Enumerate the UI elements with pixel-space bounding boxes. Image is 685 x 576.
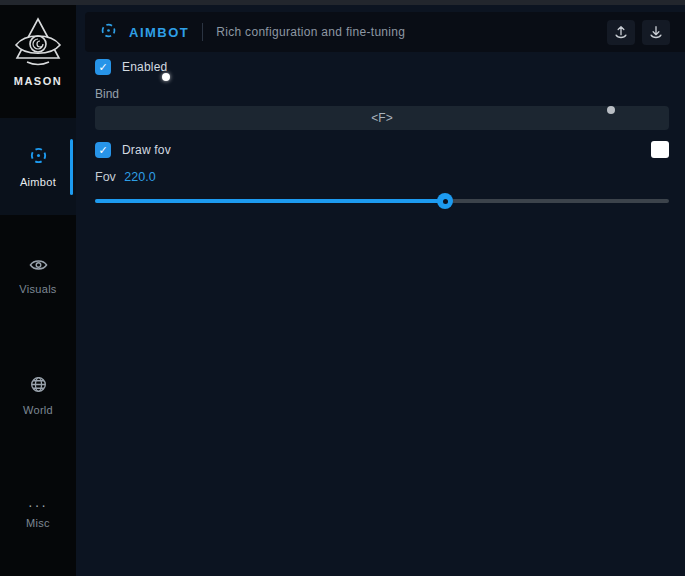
draw-fov-checkbox[interactable]: ✓ (95, 142, 111, 158)
cursor-dot (162, 73, 170, 81)
sidebar-item-label: World (23, 404, 53, 416)
bind-field-dot (607, 106, 615, 114)
download-icon (653, 27, 659, 35)
draw-fov-label: Draw fov (122, 143, 171, 157)
fov-label: Fov (95, 170, 116, 184)
enabled-checkbox[interactable]: ✓ (95, 59, 111, 75)
slider-handle[interactable] (437, 193, 453, 209)
page-header: AIMBOT Rich configuration and fine-tunin… (85, 12, 685, 52)
draw-fov-row: ✓ Draw fov (95, 141, 669, 158)
brand-name: MASON (14, 75, 62, 87)
page-subtitle: Rich configuration and fine-tuning (216, 25, 405, 39)
ellipsis-icon: ··· (28, 500, 48, 510)
upload-icon (618, 27, 624, 35)
enabled-row: ✓ Enabled (95, 59, 669, 75)
brand-logo: MASON (0, 16, 76, 87)
sidebar-item-misc[interactable]: ··· Misc (0, 488, 76, 540)
eye-triangle-logo-icon (12, 16, 64, 72)
sidebar-item-world[interactable]: World (0, 370, 76, 422)
header-actions (607, 20, 670, 45)
window-top-edge (0, 0, 685, 5)
fov-color-swatch[interactable] (651, 141, 669, 158)
page-title: AIMBOT (129, 25, 189, 40)
crosshair-icon (29, 146, 48, 169)
download-config-button[interactable] (642, 20, 670, 45)
upload-config-button[interactable] (607, 20, 635, 45)
sidebar: MASON Aimbot Visuals World (0, 0, 76, 576)
fov-label-row: Fov 220.0 (95, 170, 669, 184)
bind-key-field[interactable]: <F> (95, 106, 669, 130)
bind-key-value: <F> (371, 111, 392, 125)
header-divider (202, 23, 203, 41)
slider-fill (95, 199, 445, 203)
enabled-label: Enabled (122, 60, 167, 74)
sidebar-item-label: Visuals (19, 283, 56, 295)
sidebar-item-label: Misc (26, 517, 50, 529)
bind-label: Bind (95, 87, 669, 101)
crosshair-icon (100, 22, 117, 43)
active-indicator (70, 139, 73, 195)
sidebar-item-label: Aimbot (20, 176, 56, 188)
fov-slider[interactable] (95, 193, 669, 209)
main-panel: AIMBOT Rich configuration and fine-tunin… (76, 0, 685, 576)
globe-icon (30, 376, 47, 397)
sidebar-item-visuals[interactable]: Visuals (0, 250, 76, 302)
eye-icon (29, 258, 48, 276)
sidebar-item-aimbot[interactable]: Aimbot (0, 118, 76, 215)
fov-value: 220.0 (124, 170, 155, 184)
